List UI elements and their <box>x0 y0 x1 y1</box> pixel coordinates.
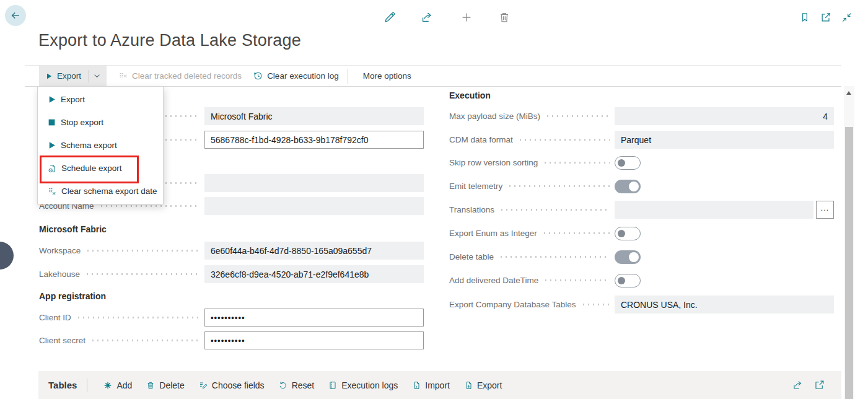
clear-schema-export-icon <box>47 186 57 196</box>
menu-item-label: Schedule export <box>61 164 122 173</box>
fabric-section-header: Microsoft Fabric <box>39 224 107 234</box>
max-payload-field[interactable]: 4 <box>615 107 834 125</box>
emit-telemetry-label: Emit telemetry <box>449 182 502 191</box>
share-part-button[interactable] <box>792 379 804 391</box>
lakehouse-value: 326e6cf8-d9ea-4520-ab71-e2f9ef641e8b <box>211 270 369 279</box>
dotted-leader <box>499 256 610 258</box>
tables-add-button[interactable]: Add <box>103 380 132 390</box>
clear-tracked-records-icon <box>118 71 128 81</box>
dotted-leader <box>85 273 199 275</box>
emit-telemetry-toggle[interactable] <box>615 180 641 193</box>
trash-icon <box>498 11 511 24</box>
workspace-field[interactable]: 6e60f44a-b46f-4d7d-8850-165a09a655d7 <box>204 242 424 260</box>
collapse-icon <box>841 11 853 24</box>
collapse-button[interactable] <box>840 10 854 25</box>
toggle-knob <box>629 252 639 262</box>
export-company-field[interactable]: CRONUS USA, Inc. <box>615 296 834 314</box>
tables-execution-logs-button[interactable]: Execution logs <box>328 380 398 390</box>
tables-choose-fields-button[interactable]: Choose fields <box>198 380 265 390</box>
scrollbar-up-arrow[interactable] <box>846 91 851 95</box>
bookmark-button[interactable] <box>797 10 812 25</box>
delete-record-button[interactable] <box>497 10 512 25</box>
client-id-row: Client ID •••••••••• <box>39 309 424 327</box>
max-payload-label: Max payload size (MiBs) <box>449 112 540 121</box>
tables-import-button[interactable]: Import <box>411 380 450 390</box>
expand-part-icon[interactable] <box>813 379 825 391</box>
scrollbar-thumb[interactable] <box>845 127 853 399</box>
add-delivered-toggle[interactable] <box>615 274 641 287</box>
export-company-value: CRONUS USA, Inc. <box>621 300 698 310</box>
translations-field[interactable] <box>615 201 813 219</box>
menu-item-clear-schema-export-date[interactable]: Clear schema export date <box>38 180 163 203</box>
execution-section-header: Execution <box>449 90 491 100</box>
export-enum-toggle[interactable] <box>615 227 641 240</box>
export-button-label: Export <box>57 71 81 81</box>
client-id-value: •••••••••• <box>211 313 245 322</box>
client-secret-input[interactable]: •••••••••• <box>204 331 424 349</box>
dotted-leader <box>99 205 199 207</box>
page-title: Export to Azure Data Lake Storage <box>38 31 301 50</box>
clear-tracked-label: Clear tracked deleted records <box>132 71 242 81</box>
skip-row-version-sorting-row: Skip row version sorting <box>449 154 834 172</box>
empty-field[interactable] <box>204 174 424 192</box>
assist-edit-button[interactable]: ... <box>816 201 834 219</box>
tenant-id-value: 5686788c-f1bd-4928-b633-9b178f792cf0 <box>211 135 369 145</box>
new-record-button[interactable] <box>459 10 474 25</box>
reset-icon <box>278 380 288 390</box>
clear-execution-log-button[interactable]: Clear execution log <box>253 71 339 81</box>
tables-export-button[interactable]: Export <box>463 380 502 390</box>
skip-row-version-sorting-toggle[interactable] <box>615 156 641 170</box>
client-id-input[interactable]: •••••••••• <box>204 309 424 327</box>
account-name-field[interactable] <box>204 197 424 215</box>
storage-type-value: Microsoft Fabric <box>211 112 273 121</box>
tables-choose-fields-label: Choose fields <box>212 380 265 390</box>
play-icon <box>47 141 56 150</box>
emit-telemetry-row: Emit telemetry <box>449 177 834 195</box>
sparkle-add-icon <box>103 380 113 390</box>
export-to-azure-data-lake-page: Export to Azure Data Lake Storage Export… <box>0 0 868 399</box>
menu-item-stop-export[interactable]: Stop export <box>38 111 163 134</box>
menu-item-schema-export[interactable]: Schema export <box>38 134 163 157</box>
tables-title[interactable]: Tables <box>48 380 77 390</box>
lakehouse-field[interactable]: 326e6cf8-d9ea-4520-ab71-e2f9ef641e8b <box>204 265 424 283</box>
clear-execution-label: Clear execution log <box>267 71 339 81</box>
export-dropdown-menu: Export Stop export Schema export Schedul… <box>37 86 164 204</box>
bookmark-icon <box>799 11 811 24</box>
storage-type-field[interactable]: Microsoft Fabric <box>204 107 424 125</box>
schedule-export-icon <box>47 164 57 173</box>
cdm-data-format-row: CDM data format Parquet <box>449 131 834 149</box>
add-new-icon <box>460 11 473 24</box>
export-split-button[interactable]: Export <box>39 66 107 86</box>
translations-label: Translations <box>449 205 494 214</box>
choose-fields-icon <box>198 380 208 390</box>
execution-logs-icon <box>328 380 338 390</box>
more-options-button[interactable]: More options <box>363 71 411 81</box>
menu-item-label: Export <box>61 95 85 104</box>
tables-export-label: Export <box>477 380 502 390</box>
open-in-new-window-button[interactable] <box>818 10 833 25</box>
app-registration-section-header: App registration <box>39 291 106 301</box>
dotted-leader <box>90 340 199 341</box>
back-button[interactable] <box>5 5 26 26</box>
delete-table-toggle[interactable] <box>615 250 641 264</box>
tables-part-header: Tables Add Delete Choose fields Reset <box>38 371 841 399</box>
workspace-label: Workspace <box>39 246 81 255</box>
chevron-down-icon[interactable] <box>93 72 101 80</box>
dotted-leader <box>85 250 199 252</box>
menu-item-schedule-export[interactable]: Schedule export <box>38 157 163 180</box>
menu-item-export[interactable]: Export <box>38 88 163 111</box>
cdm-data-format-field[interactable]: Parquet <box>615 131 834 149</box>
share-button[interactable] <box>419 10 434 25</box>
edit-button[interactable] <box>382 10 397 25</box>
tenant-id-input[interactable]: 5686788c-f1bd-4928-b633-9b178f792cf0 <box>204 131 424 149</box>
dotted-leader <box>545 115 610 117</box>
dotted-leader <box>499 209 610 211</box>
side-floating-handle[interactable] <box>0 242 14 270</box>
trash-icon <box>146 380 156 390</box>
export-enum-row: Export Enum as Integer <box>449 224 834 242</box>
client-id-label: Client ID <box>39 313 71 322</box>
action-bar-divider <box>348 69 348 84</box>
stop-icon <box>47 118 56 127</box>
tables-delete-button[interactable]: Delete <box>146 380 184 390</box>
tables-reset-button[interactable]: Reset <box>278 380 315 390</box>
